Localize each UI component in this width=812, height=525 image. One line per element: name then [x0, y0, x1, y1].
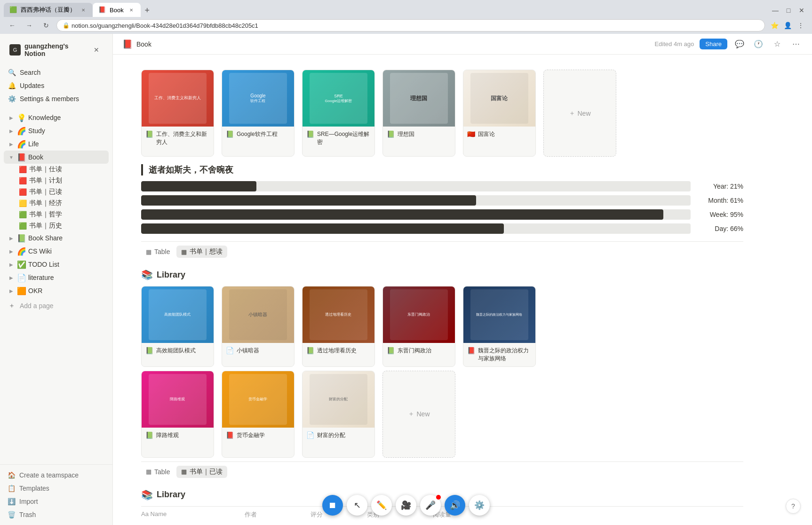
lib-card-1[interactable]: 高效能团队模式 📗 高效能团队模式 — [141, 286, 214, 367]
lib-title-2: 小镇暗器 — [237, 347, 259, 355]
workspace-header[interactable]: G guangzheng's Notion ✕ — [6, 40, 107, 60]
settings-label: Settings & members — [20, 95, 79, 103]
xiangdu-label: 书单｜想读 — [190, 247, 223, 256]
address-bar[interactable]: 🔒 notion.so/guangzhengli/Book-434d28e01d… — [56, 19, 765, 32]
book-title-4: 理想国 — [398, 130, 414, 138]
sidebar-item-life[interactable]: ▶ 🌈 Life — [4, 137, 109, 151]
add-book-btn[interactable]: ＋ New — [543, 70, 616, 157]
sidebar-subitem-lishi[interactable]: 🟩 书单｜历史 — [4, 220, 109, 231]
sidebar-subitem-yidu[interactable]: 🟥 书单｜已读 — [4, 186, 109, 198]
trash-btn[interactable]: 🗑️ Trash — [4, 508, 109, 521]
settings-float-button[interactable]: ⚙️ — [469, 495, 490, 516]
tab2-close[interactable]: ✕ — [127, 6, 135, 14]
reload-button[interactable]: ↻ — [40, 19, 53, 32]
tab1-close[interactable]: ✕ — [80, 6, 87, 14]
sidebar-subitem-jingji[interactable]: 🟨 书单｜经济 — [4, 198, 109, 209]
window-maximize[interactable]: □ — [782, 4, 795, 17]
star-icon[interactable]: ☆ — [771, 38, 784, 51]
yidu-label: 书单｜已读 — [29, 188, 62, 196]
lib-info-1: 📗 高效能团队模式 — [142, 343, 214, 358]
sidebar-item-todo[interactable]: ▶ ✅ TODO List — [4, 258, 109, 271]
book-card-5[interactable]: 国富论 🇨🇳 国富论 — [463, 70, 536, 157]
create-teamspace-btn[interactable]: 🏠 Create a teamspace — [4, 469, 109, 482]
study-icon: 🌈 — [17, 126, 26, 135]
book-card-4[interactable]: 理想国 📗 理想国 — [382, 70, 455, 157]
bookshare-arrow: ▶ — [8, 234, 15, 242]
lib-view-tab-table[interactable]: ▦ Table — [141, 466, 175, 478]
lib-emoji-1: 📗 — [145, 347, 153, 354]
comment-icon[interactable]: 💬 — [733, 38, 746, 51]
sidebar-item-study[interactable]: ▶ 🌈 Study — [4, 124, 109, 137]
add-book-icon: ＋ — [569, 109, 575, 118]
sidebar-item-updates[interactable]: 🔔 Updates — [4, 79, 109, 92]
lib-card-3[interactable]: 透过地理看历史 📗 透过地理看历史 — [302, 286, 375, 367]
sidebar-item-knowledge[interactable]: ▶ 💡 Knowledge — [4, 111, 109, 124]
page-content[interactable]: 工作、消费主义和新穷人 📗 工作、消费主义和新穷人 Google 软件 — [113, 55, 812, 525]
book-card-1[interactable]: 工作、消费主义和新穷人 📗 工作、消费主义和新穷人 — [141, 70, 214, 157]
import-btn[interactable]: ⬇️ Import — [4, 495, 109, 508]
study-arrow: ▶ — [8, 127, 15, 135]
back-button[interactable]: ← — [6, 19, 19, 32]
lib-view-tab-yidu[interactable]: ▦ 书单｜已读 — [176, 466, 227, 478]
new-tab-button[interactable]: + — [141, 4, 154, 17]
lib-title-5: 魏晋之际的政治权力与家族网络 — [478, 347, 532, 363]
sidebar-item-bookshare[interactable]: ▶ 📗 Book Share — [4, 231, 109, 245]
day-bar-container — [141, 223, 691, 234]
more-icon[interactable]: ⋮ — [795, 20, 806, 31]
sidebar-item-book[interactable]: ▼ 📕 Book — [4, 151, 109, 164]
browser-tab-1[interactable]: 🟩 西西弗神话（豆瓣） ✕ — [4, 3, 93, 17]
sidebar-subitem-zhexue[interactable]: 🟩 书单｜哲学 — [4, 209, 109, 220]
add-page-icon: ＋ — [8, 302, 16, 310]
year-label: Year: 21% — [696, 183, 743, 190]
add-lib-book-btn[interactable]: ＋ New — [382, 371, 455, 458]
video-button[interactable]: 🎥 — [396, 495, 416, 516]
extensions-icon[interactable]: ⭐ — [769, 20, 780, 31]
workspace-name: guangzheng's Notion — [24, 42, 86, 57]
knowledge-label: Knowledge — [28, 114, 61, 121]
sidebar-toggle-btn[interactable]: ✕ — [90, 43, 103, 56]
clock-icon[interactable]: 🕐 — [752, 38, 765, 51]
forward-button[interactable]: → — [23, 19, 36, 32]
sidebar-item-settings[interactable]: ⚙️ Settings & members — [4, 92, 109, 105]
cursor-button[interactable]: ↖ — [347, 495, 367, 516]
literature-label: literature — [28, 274, 54, 281]
view-tab-table[interactable]: ▦ Table — [141, 246, 175, 258]
book-card-2[interactable]: Google 软件工程 📗 Google软件工程 — [222, 70, 295, 157]
lib-card-2[interactable]: 小镇暗器 📄 小镇暗器 — [222, 286, 295, 367]
lib-card-5[interactable]: 魏晋之际的政治权力与家族网络 📕 魏晋之际的政治权力与家族网络 — [463, 286, 536, 367]
topbar-left: 📕 Book — [122, 39, 151, 49]
sidebar-subitem-shudang[interactable]: 🟥 书单｜仕读 — [4, 164, 109, 175]
sidebar-item-okr[interactable]: ▶ 🟧 OKR — [4, 284, 109, 297]
help-button[interactable]: ? — [786, 499, 801, 514]
more-options-icon[interactable]: ⋯ — [789, 38, 803, 51]
add-page-btn[interactable]: ＋ Add a page — [4, 299, 109, 312]
share-button[interactable]: Share — [700, 39, 727, 49]
mic-button[interactable]: 🎤 — [420, 495, 441, 516]
pen-button[interactable]: ✏️ — [371, 495, 392, 516]
sidebar-item-search[interactable]: 🔍 Search — [4, 66, 109, 79]
sidebar-subitem-jihua[interactable]: 🟥 书单｜计划 — [4, 175, 109, 186]
window-close[interactable]: ✕ — [795, 4, 808, 17]
life-arrow: ▶ — [8, 140, 15, 148]
tab2-title: Book — [110, 7, 124, 14]
stop-button[interactable]: ⏹ — [322, 495, 343, 516]
view-tab-xiangdu[interactable]: ▦ 书单｜想读 — [176, 246, 227, 258]
lishi-icon: 🟩 — [19, 222, 26, 230]
browser-tab-2[interactable]: 📕 Book ✕ — [93, 3, 141, 17]
library-header-1: 📚 Library — [141, 269, 743, 280]
book-emoji-4: 📗 — [387, 130, 395, 138]
book-card-3[interactable]: SRE Google运维解密 📗 SRE—Google运维解密 — [302, 70, 375, 157]
lib-card-6[interactable]: 障路维观 📗 障路维观 — [141, 371, 214, 458]
profile-icon[interactable]: 👤 — [782, 20, 793, 31]
sidebar-item-cswiki[interactable]: ▶ 🌈 CS Wiki — [4, 245, 109, 258]
window-minimize[interactable]: — — [769, 4, 782, 17]
lib-card-7[interactable]: 货币金融学 📕 货币金融学 — [222, 371, 295, 458]
lib-card-4[interactable]: 东晋门阀政治 📗 东晋门阀政治 — [382, 286, 455, 367]
speaker-button[interactable]: 🔊 — [445, 495, 465, 516]
book-info-2: 📗 Google软件工程 — [222, 127, 294, 142]
templates-btn[interactable]: 📋 Templates — [4, 482, 109, 495]
floating-toolbar: ⏹ ↖ ✏️ 🎥 🎤 🔊 ⚙️ — [322, 495, 490, 516]
sidebar-item-literature[interactable]: ▶ 📄 literature — [4, 271, 109, 284]
lib-card-8[interactable]: 财富的分配 📄 财富的分配 — [302, 371, 375, 458]
year-bar-fill — [141, 181, 256, 191]
